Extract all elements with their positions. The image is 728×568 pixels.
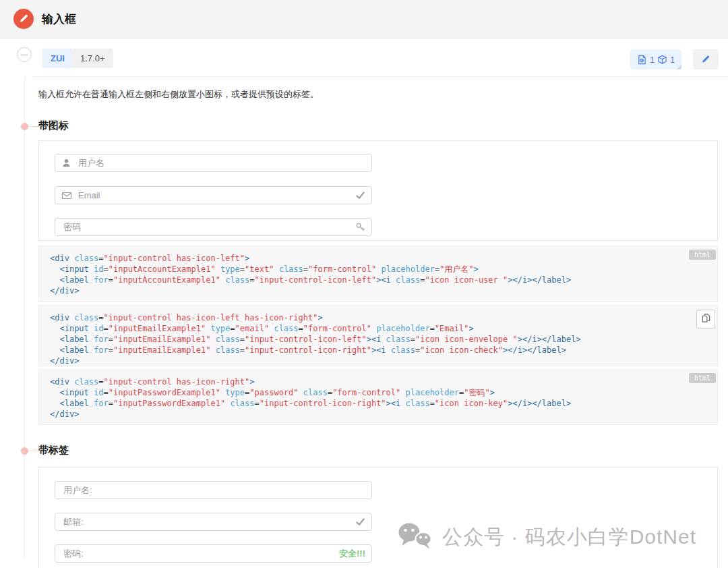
file-code-icon — [637, 55, 647, 65]
page-header: 输入框 — [0, 0, 728, 38]
language-badge: html — [689, 250, 716, 260]
component-icon — [13, 9, 34, 29]
section-title-with-icons: 带图标 — [38, 119, 69, 132]
page-title: 输入框 — [42, 0, 76, 38]
code-line: <label for="inputAccountExample1" class=… — [50, 275, 717, 285]
package-icon — [657, 55, 667, 65]
pencil-icon — [19, 13, 29, 26]
copy-icon — [701, 313, 711, 325]
code-line: <div class="input-control has-icon-right… — [50, 376, 717, 387]
package-count: 1 — [670, 55, 675, 65]
labeled-account-input[interactable] — [55, 481, 372, 499]
zui-doc-page: 输入框 ZUI 1.7.0+ 1 1 输入框允许在普通输入框左侧和右侧放置小图标… — [0, 0, 728, 568]
security-hint: 安全!!! — [339, 544, 365, 563]
password-input-wrapper — [55, 218, 372, 236]
code-line: <label for="inputEmailExample1" class="i… — [50, 345, 717, 356]
code-block-1: <div class="input-control has-icon-left"… — [38, 246, 718, 302]
version-badge: 1.7.0+ — [72, 49, 113, 68]
labeled-password-input[interactable] — [55, 544, 372, 563]
code-line: </div> — [50, 409, 717, 420]
code-block-3: <div class="input-control has-icon-right… — [38, 369, 718, 425]
timeline-line — [24, 38, 25, 558]
component-description: 输入框允许在普通输入框左侧和右侧放置小图标，或者提供预设的标签。 — [38, 88, 319, 101]
account-input-wrapper — [55, 154, 372, 172]
labeled-email-input[interactable] — [55, 513, 372, 531]
email-input-wrapper — [55, 186, 372, 204]
password-input[interactable] — [55, 218, 372, 236]
labeled-account-input-wrapper — [55, 481, 372, 499]
code-line: <input id="inputPasswordExample1" type="… — [50, 387, 717, 398]
edit-button[interactable] — [693, 49, 719, 69]
code-line: <div class="input-control has-icon-left … — [50, 312, 717, 323]
code-line: </div> — [50, 356, 717, 366]
section-connector — [28, 451, 38, 451]
wechat-icon — [398, 522, 433, 552]
labeled-password-input-wrapper: 安全!!! — [55, 544, 372, 563]
collapse-toggle[interactable] — [17, 47, 32, 62]
toolbar-separator — [32, 76, 728, 77]
code-line: </div> — [50, 285, 717, 296]
section-connector — [28, 126, 38, 127]
watermark: 公众号 · 码农小白学DotNet — [398, 522, 696, 552]
doc-count: 1 — [650, 55, 655, 65]
labeled-email-input-wrapper — [55, 513, 372, 531]
code-line: <div class="input-control has-icon-left"… — [50, 253, 717, 264]
example-box-with-labels: 安全!!! — [38, 467, 718, 568]
code-line: <label for="inputPasswordExample1" class… — [50, 398, 717, 409]
stats-badge[interactable]: 1 1 — [630, 49, 681, 69]
code-block-2: <div class="input-control has-icon-left … — [38, 305, 718, 366]
framework-badge[interactable]: ZUI — [42, 49, 73, 68]
code-line: <input id="inputAccountExample1" type="t… — [50, 264, 717, 275]
example-box-with-icons — [38, 140, 718, 241]
watermark-text: 公众号 · 码农小白学DotNet — [442, 523, 696, 551]
email-input[interactable] — [55, 186, 372, 204]
copy-code-button[interactable] — [696, 310, 715, 329]
minus-icon — [21, 55, 28, 55]
code-line: <input id="inputEmailExample1" type="ema… — [50, 323, 717, 334]
pencil-icon — [701, 54, 710, 65]
language-badge: html — [689, 373, 716, 383]
code-line: <label for="inputEmailExample1" class="i… — [50, 334, 717, 345]
section-title-with-labels: 带标签 — [38, 444, 69, 457]
account-input[interactable] — [55, 154, 372, 172]
